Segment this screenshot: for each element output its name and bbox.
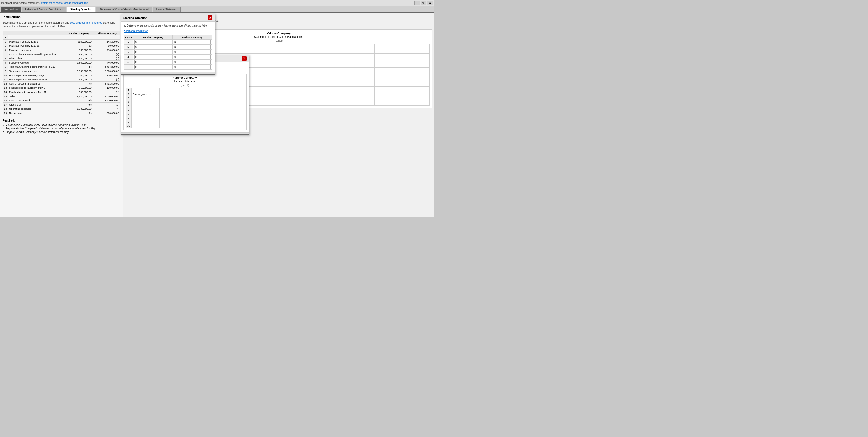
income-label-input[interactable]	[133, 97, 158, 99]
income-col3-input[interactable]	[217, 113, 243, 115]
cost-val1-input[interactable]	[266, 45, 319, 48]
cost-val2-input[interactable]	[321, 55, 373, 57]
cost-val2-input[interactable]	[321, 74, 373, 76]
sq-yakima-input[interactable]	[174, 40, 211, 44]
cost-val3-input[interactable]	[376, 92, 428, 95]
cost-val1-input[interactable]	[266, 92, 319, 95]
cost-val1-input[interactable]	[266, 69, 319, 71]
cost-val2-input[interactable]	[321, 50, 373, 53]
cost-val2-input[interactable]	[321, 64, 373, 67]
cost-val2-input[interactable]	[321, 92, 373, 95]
cost-val3-input[interactable]	[376, 45, 428, 48]
income-label-input[interactable]	[133, 105, 158, 107]
cost-val3-input[interactable]	[376, 64, 428, 67]
app-title-link[interactable]: statement of cost of goods manufactured	[41, 2, 88, 4]
cost-val3-input[interactable]	[376, 74, 428, 76]
income-col2-input[interactable]	[189, 93, 215, 95]
sq-yakima-input[interactable]	[174, 65, 211, 69]
income-col1-input[interactable]	[161, 113, 186, 115]
income-col1-input[interactable]	[161, 120, 186, 123]
sq-rainier-input[interactable]	[134, 40, 171, 44]
cost-val1-input[interactable]	[266, 55, 319, 57]
income-label-input[interactable]	[133, 124, 158, 127]
cost-val3-input[interactable]	[376, 102, 428, 105]
income-col1-input[interactable]	[161, 97, 186, 99]
sq-rainier-input[interactable]	[134, 60, 171, 64]
cost-val2-input[interactable]	[321, 97, 373, 100]
sq-yakima-input[interactable]	[174, 50, 211, 54]
cost-val3-input[interactable]	[376, 55, 428, 57]
cost-val2-input[interactable]	[321, 78, 373, 81]
income-label-input[interactable]	[133, 93, 158, 95]
cost-val3-input[interactable]	[376, 50, 428, 53]
income-col3-input[interactable]	[217, 117, 243, 119]
income-label-input[interactable]	[133, 89, 158, 92]
income-col3-input[interactable]	[217, 101, 243, 104]
cost-goods-link[interactable]: cost of goods manufactured	[70, 21, 102, 24]
income-col3-input[interactable]	[217, 124, 243, 127]
income-col3-input[interactable]	[217, 97, 243, 99]
cost-val3-input[interactable]	[376, 88, 428, 90]
cost-val3-input[interactable]	[376, 59, 428, 62]
cost-val1-input[interactable]	[266, 102, 319, 105]
cost-val3-input[interactable]	[376, 97, 428, 100]
income-label-input[interactable]	[133, 113, 158, 115]
income-col2-input[interactable]	[189, 124, 215, 127]
income-col2-input[interactable]	[189, 120, 215, 123]
income-col2-input[interactable]	[189, 101, 215, 104]
sq-yakima-input[interactable]	[174, 55, 211, 59]
cost-val2-input[interactable]	[321, 45, 373, 48]
income-col2-input[interactable]	[189, 113, 215, 115]
income-label-input[interactable]	[133, 101, 158, 104]
cost-val3-input[interactable]	[376, 69, 428, 71]
sq-rainier-input[interactable]	[134, 55, 171, 59]
tab-starting-question[interactable]: Starting Question	[67, 7, 96, 12]
cost-val1-input[interactable]	[266, 64, 319, 67]
cost-val2-input[interactable]	[321, 102, 373, 105]
starting-question-close[interactable]: ×	[208, 16, 212, 20]
cost-val1-input[interactable]	[266, 83, 319, 86]
sq-rainier-input[interactable]	[134, 65, 171, 69]
income-col1-input[interactable]	[161, 109, 186, 111]
income-col3-input[interactable]	[217, 109, 243, 111]
income-col1-input[interactable]	[161, 124, 186, 127]
income-col1-input[interactable]	[161, 101, 186, 104]
cost-val2-input[interactable]	[321, 59, 373, 62]
sq-yakima-input[interactable]	[174, 45, 211, 49]
income-dialog-close[interactable]: ×	[242, 56, 247, 61]
income-label-input[interactable]	[133, 117, 158, 119]
tab-labels-amounts[interactable]: Lables and Amount Descriptions	[22, 7, 66, 12]
income-col1-input[interactable]	[161, 105, 186, 107]
tab-statement-cost[interactable]: Statement of Cost of Goods Manufactured	[96, 7, 152, 12]
cost-val1-input[interactable]	[266, 74, 319, 76]
income-col3-input[interactable]	[217, 105, 243, 107]
cost-val1-input[interactable]	[266, 59, 319, 62]
income-col1-input[interactable]	[161, 93, 186, 95]
cost-val1-input[interactable]	[266, 78, 319, 81]
cost-val2-input[interactable]	[321, 83, 373, 86]
sq-rainier-input[interactable]	[134, 50, 171, 54]
income-col1-input[interactable]	[161, 117, 186, 119]
tab-income-statement[interactable]: Income Statement	[153, 7, 181, 12]
income-col3-input[interactable]	[217, 89, 243, 92]
maximize-btn[interactable]: ▣	[427, 1, 433, 5]
restore-btn[interactable]: ⧉	[421, 1, 426, 5]
income-col2-input[interactable]	[189, 97, 215, 99]
income-label-input[interactable]	[133, 120, 158, 123]
income-col2-input[interactable]	[189, 109, 215, 111]
income-col2-input[interactable]	[189, 89, 215, 92]
cost-val2-input[interactable]	[321, 69, 373, 71]
cost-val1-input[interactable]	[266, 97, 319, 100]
income-col3-input[interactable]	[217, 93, 243, 95]
additional-instruction-link[interactable]: Additional Instruction	[124, 30, 212, 33]
cost-val2-input[interactable]	[321, 88, 373, 90]
tab-instructions[interactable]: Instructions	[1, 7, 21, 12]
income-label-input[interactable]	[133, 109, 158, 111]
income-col2-input[interactable]	[189, 105, 215, 107]
income-col2-input[interactable]	[189, 117, 215, 119]
cost-val1-input[interactable]	[266, 50, 319, 53]
income-col3-input[interactable]	[217, 120, 243, 123]
cost-val1-input[interactable]	[266, 88, 319, 90]
sq-yakima-input[interactable]	[174, 60, 211, 64]
sq-rainier-input[interactable]	[134, 45, 171, 49]
